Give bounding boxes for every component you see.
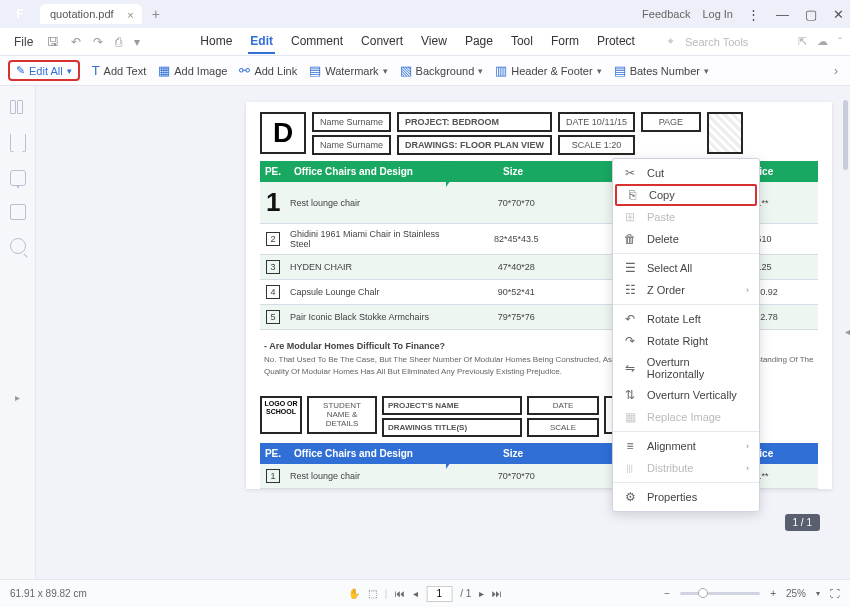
zoom-knob[interactable] <box>698 588 708 598</box>
row-name: Rest lounge chair <box>286 471 456 481</box>
undo-icon[interactable]: ↶ <box>67 35 85 49</box>
ctx-copy[interactable]: ⎘Copy <box>615 184 757 206</box>
prev-page-icon[interactable]: ◂ <box>413 588 418 599</box>
paste-icon: ⊞ <box>623 210 637 224</box>
save-icon[interactable]: 🖫 <box>43 35 63 49</box>
watermark-button[interactable]: ▤Watermark▾ <box>309 63 387 78</box>
close-window-icon[interactable]: ✕ <box>831 7 846 22</box>
header-footer-label: Header & Footer <box>511 65 592 77</box>
select-tool-icon[interactable]: ⬚ <box>368 588 377 599</box>
more-icon[interactable]: ⋮ <box>745 7 762 22</box>
ctx-rotate-right[interactable]: ↷Rotate Right <box>613 330 759 352</box>
collapse-ribbon-icon[interactable]: ˆ <box>838 36 842 48</box>
attachments-icon[interactable] <box>10 204 26 220</box>
print-icon[interactable]: ⎙ <box>111 35 126 49</box>
collapse-right-icon[interactable]: ◂ <box>845 326 850 337</box>
next-page-icon[interactable]: ▸ <box>479 588 484 599</box>
row-num: 1 <box>266 469 280 483</box>
ctx-properties[interactable]: ⚙Properties <box>613 486 759 508</box>
zoom-out-icon[interactable]: − <box>664 588 670 599</box>
app-icon: F <box>10 4 30 24</box>
share-icon[interactable]: ⇱ <box>798 35 807 48</box>
drawings-label: DRAWINGS: FLOOR PLAN VIEW <box>397 135 552 155</box>
pe-label: PE. <box>260 161 286 182</box>
add-image-button[interactable]: ▦Add Image <box>158 63 227 78</box>
row-size: 47*40*28 <box>456 262 577 272</box>
tab-page[interactable]: Page <box>463 30 495 54</box>
hand-tool-icon[interactable]: ✋ <box>348 588 360 599</box>
file-menu[interactable]: File <box>8 35 39 49</box>
edit-all-button[interactable]: ✎ Edit All ▾ <box>8 60 80 81</box>
row-size: 82*45*43.5 <box>456 234 577 244</box>
tab-form[interactable]: Form <box>549 30 581 54</box>
link-icon: ⚯ <box>239 63 250 78</box>
row-size: 79*75*76 <box>456 312 577 322</box>
feedback-link[interactable]: Feedback <box>642 8 690 20</box>
add-image-label: Add Image <box>174 65 227 77</box>
dropdown-icon[interactable]: ▾ <box>130 35 144 49</box>
ctx-cut[interactable]: ✂Cut <box>613 162 759 184</box>
ctx-z-order[interactable]: ☷Z Order› <box>613 279 759 301</box>
row-num: 5 <box>266 310 280 324</box>
faq-title: - Are Modular Homes Difficult To Finance… <box>264 341 445 351</box>
header-footer-button[interactable]: ▥Header & Footer▾ <box>495 63 601 78</box>
tab-edit[interactable]: Edit <box>248 30 275 54</box>
ctx-overturn-h[interactable]: ⇋Overturn Horizontally <box>613 352 759 384</box>
watermark-label: Watermark <box>325 65 378 77</box>
add-text-button[interactable]: TAdd Text <box>92 63 147 78</box>
ctx-overturn-v[interactable]: ⇅Overturn Vertically <box>613 384 759 406</box>
redo-icon[interactable]: ↷ <box>89 35 107 49</box>
image-placeholder[interactable] <box>707 112 743 154</box>
maximize-icon[interactable]: ▢ <box>803 7 819 22</box>
ctx-delete[interactable]: 🗑Delete <box>613 228 759 250</box>
flip-v-icon: ⇅ <box>623 388 637 402</box>
zoom-slider[interactable] <box>680 592 760 595</box>
ctx-rotate-left[interactable]: ↶Rotate Left <box>613 308 759 330</box>
first-page-icon[interactable]: ⏮ <box>395 588 405 599</box>
document-tab[interactable]: quotation.pdf × <box>40 4 142 24</box>
minimize-icon[interactable]: — <box>774 7 791 22</box>
row-name: Capsule Lounge Chalr <box>286 287 456 297</box>
search-wand-icon[interactable]: ✦ <box>666 35 675 48</box>
search-panel-icon[interactable] <box>10 238 26 254</box>
copy-icon: ⎘ <box>625 188 639 202</box>
submenu-arrow-icon: › <box>746 441 749 451</box>
page-number-input[interactable] <box>426 586 452 602</box>
background-button[interactable]: ▧Background▾ <box>400 63 484 78</box>
submenu-arrow-icon: › <box>746 463 749 473</box>
scrollbar-thumb[interactable] <box>843 100 848 170</box>
zoom-in-icon[interactable]: + <box>770 588 776 599</box>
tab-home[interactable]: Home <box>198 30 234 54</box>
ctx-distribute: ⫼Distribute› <box>613 457 759 479</box>
flip-h-icon: ⇋ <box>623 361 637 375</box>
ctx-alignment[interactable]: ≡Alignment› <box>613 435 759 457</box>
comments-icon[interactable] <box>10 170 26 186</box>
tab-convert[interactable]: Convert <box>359 30 405 54</box>
alignment-icon: ≡ <box>623 439 637 453</box>
bates-number-button[interactable]: ▤Bates Number▾ <box>614 63 709 78</box>
zoom-value[interactable]: 25% <box>786 588 806 599</box>
login-link[interactable]: Log In <box>702 8 733 20</box>
background-label: Background <box>416 65 475 77</box>
search-tools-input[interactable]: Search Tools <box>685 36 748 48</box>
new-tab-button[interactable]: + <box>142 6 170 22</box>
last-page-icon[interactable]: ⏭ <box>492 588 502 599</box>
col-size2: Size <box>456 443 570 464</box>
tab-tool[interactable]: Tool <box>509 30 535 54</box>
cloud-icon[interactable]: ☁ <box>817 35 828 48</box>
expand-sidebar-icon[interactable]: ▸ <box>15 392 20 403</box>
tab-protect[interactable]: Protect <box>595 30 637 54</box>
zoom-dropdown-icon[interactable]: ▾ <box>816 589 820 598</box>
ctx-select-all[interactable]: ☰Select All <box>613 257 759 279</box>
chevron-down-icon: ▾ <box>67 66 72 76</box>
fit-page-icon[interactable]: ⛶ <box>830 588 840 599</box>
tab-view[interactable]: View <box>419 30 449 54</box>
toolbar-overflow-icon[interactable]: › <box>830 64 842 78</box>
name-surname-2: Name Surname <box>312 135 391 155</box>
close-tab-icon[interactable]: × <box>127 9 133 21</box>
thumbnails-icon[interactable] <box>10 100 26 116</box>
add-link-button[interactable]: ⚯Add Link <box>239 63 297 78</box>
bookmarks-icon[interactable] <box>10 134 26 152</box>
tab-comment[interactable]: Comment <box>289 30 345 54</box>
row-name: Rest lounge chair <box>286 198 456 208</box>
